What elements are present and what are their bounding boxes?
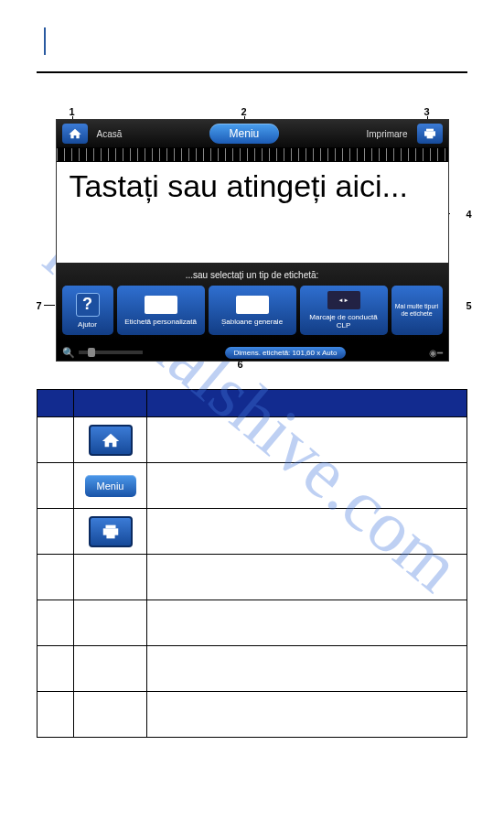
callout-5: 5 (466, 300, 471, 311)
media-indicator-icon: ◉━ (429, 348, 443, 358)
home-button[interactable] (62, 124, 88, 144)
menu-button[interactable]: Meniu (209, 124, 280, 144)
tile-custom-label[interactable]: Etichetă personalizată (117, 286, 205, 335)
legend-header-3 (147, 390, 467, 417)
device-ui: Acasă Meniu Imprimare Tastați sau atinge… (56, 119, 449, 362)
tile-pipe-text: Marcaje de conductă CLP (304, 313, 384, 329)
page-content: 1 2 3 4 5 6 7 Acasă Meniu Imprimare (0, 0, 504, 765)
legend-row-7 (38, 692, 467, 738)
legend-row-5 (38, 600, 467, 646)
zoom-slider[interactable] (79, 351, 143, 354)
ruler (57, 147, 448, 162)
legend-table: Meniu (37, 389, 467, 738)
tile-pipe-icon: ◄► (327, 291, 360, 309)
editor-area[interactable]: Tastați sau atingeți aici... (57, 162, 448, 263)
svg-rect-3 (105, 524, 115, 528)
callout-line-7 (44, 305, 55, 306)
legend-row-4 (38, 555, 467, 600)
tile-custom-text: Etichetă personalizată (124, 318, 197, 326)
legend-row-2: Meniu (38, 463, 467, 509)
printer-icon (101, 523, 121, 541)
help-icon: ? (76, 293, 100, 317)
legend-row-1 (38, 417, 467, 463)
legend-home-button (89, 425, 133, 456)
legend-row-3 (38, 509, 467, 555)
legend-menu-button: Meniu (85, 475, 136, 497)
text-cursor-mark (44, 27, 46, 55)
legend-header-1 (38, 390, 74, 417)
tile-pipe-markers[interactable]: ◄► Marcaje de conductă CLP (300, 286, 388, 335)
legend-header-row (38, 390, 467, 417)
help-label: Ajutor (78, 320, 97, 329)
horizontal-rule (37, 71, 467, 73)
legend-header-2 (74, 390, 147, 417)
svg-rect-0 (426, 129, 434, 132)
label-size-status: Dimens. etichetă: 101,60 x Auto (225, 347, 347, 359)
or-select-text: ...sau selectați un tip de etichetă: (62, 270, 443, 280)
tile-templates-icon (236, 296, 269, 314)
tile-more-types[interactable]: Mai multe tipuri de etichete (391, 286, 443, 335)
device-topbar: Acasă Meniu Imprimare (57, 120, 448, 147)
tile-templates[interactable]: Șabloane generale (209, 286, 296, 335)
zoom-icon: 🔍 (62, 347, 75, 359)
callout-4: 4 (466, 209, 471, 220)
lower-panel: ...sau selectați un tip de etichetă: ? A… (57, 263, 448, 340)
tile-custom-icon (145, 296, 177, 314)
tile-row: ? Ajutor Etichetă personalizată Șabloane… (62, 286, 443, 335)
tile-more-text: Mai multe tipuri de etichete (395, 303, 439, 317)
print-label: Imprimare (366, 129, 407, 139)
printer-icon (423, 127, 437, 140)
tile-templates-text: Șabloane generale (221, 318, 283, 326)
svg-rect-2 (426, 135, 433, 138)
home-label: Acasă (97, 129, 123, 139)
status-bar: 🔍 Dimens. etichetă: 101,60 x Auto ◉━ (57, 344, 448, 361)
print-button[interactable] (417, 124, 443, 144)
help-button[interactable]: ? Ajutor (62, 286, 113, 335)
device-screenshot-wrapper: 1 2 3 4 5 6 7 Acasă Meniu Imprimare (42, 119, 463, 362)
home-icon (101, 431, 121, 449)
legend-row-6 (38, 646, 467, 692)
home-icon (68, 127, 82, 140)
svg-rect-5 (106, 533, 114, 538)
callout-7: 7 (37, 300, 42, 311)
legend-print-button (89, 516, 133, 547)
